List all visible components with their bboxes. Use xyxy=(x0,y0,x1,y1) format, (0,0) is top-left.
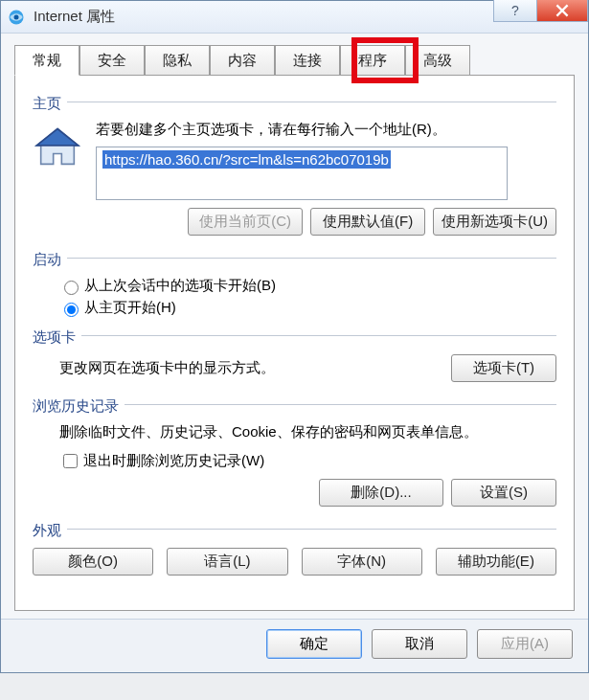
use-default-button[interactable]: 使用默认值(F) xyxy=(310,208,425,236)
svg-marker-3 xyxy=(36,129,78,146)
history-desc: 删除临时文件、历史记录、Cookie、保存的密码和网页表单信息。 xyxy=(59,423,556,441)
svg-point-1 xyxy=(14,14,19,19)
house-icon xyxy=(33,123,82,172)
tab-programs[interactable]: 程序 xyxy=(340,45,405,76)
cancel-button[interactable]: 取消 xyxy=(372,629,467,659)
history-settings-button[interactable]: 设置(S) xyxy=(451,479,556,507)
divider xyxy=(125,404,556,405)
homepage-url-text: https://hao.360.cn/?src=lm&ls=n62bc07019… xyxy=(102,150,391,169)
delete-on-exit-input[interactable] xyxy=(63,454,78,468)
startup-from-last-radio[interactable]: 从上次会话中的选项卡开始(B) xyxy=(59,277,556,295)
divider xyxy=(67,258,556,259)
internet-properties-window: Internet 属性 ? 常规 安全 隐私 内容 连接 程序 高级 主页 xyxy=(0,0,589,673)
fonts-button[interactable]: 字体(N) xyxy=(302,548,422,576)
use-new-tab-button[interactable]: 使用新选项卡(U) xyxy=(433,208,556,236)
window-title: Internet 属性 xyxy=(34,8,115,26)
tab-general[interactable]: 常规 xyxy=(14,45,79,76)
history-section-title: 浏览历史记录 xyxy=(33,397,119,416)
help-button[interactable]: ? xyxy=(493,0,537,22)
languages-button[interactable]: 语言(L) xyxy=(167,548,287,576)
divider xyxy=(67,529,556,530)
delete-on-exit-label: 退出时删除浏览历史记录(W) xyxy=(83,452,264,470)
dialog-footer: 确定 取消 应用(A) xyxy=(1,619,588,672)
homepage-section-title: 主页 xyxy=(33,95,61,113)
startup-from-home-input[interactable] xyxy=(64,303,79,317)
ok-button[interactable]: 确定 xyxy=(266,629,362,659)
startup-section-title: 启动 xyxy=(33,251,61,269)
startup-from-home-label: 从主页开始(H) xyxy=(84,299,176,317)
divider xyxy=(67,102,556,102)
tabs-button[interactable]: 选项卡(T) xyxy=(451,354,556,382)
tabs-section-title: 选项卡 xyxy=(33,328,76,347)
tab-content[interactable]: 内容 xyxy=(210,45,275,76)
use-current-page-button[interactable]: 使用当前页(C) xyxy=(188,208,303,236)
tab-privacy[interactable]: 隐私 xyxy=(145,45,210,76)
divider xyxy=(81,335,556,336)
tabs-desc: 更改网页在选项卡中的显示方式。 xyxy=(59,359,451,377)
appearance-section-title: 外观 xyxy=(33,522,61,540)
close-button[interactable] xyxy=(536,0,588,22)
homepage-url-input[interactable]: https://hao.360.cn/?src=lm&ls=n62bc07019… xyxy=(96,147,508,200)
tab-connections[interactable]: 连接 xyxy=(275,45,340,76)
content-area: 常规 安全 隐私 内容 连接 程序 高级 主页 xyxy=(1,34,588,619)
homepage-description: 若要创建多个主页选项卡，请在每行输入一个地址(R)。 xyxy=(96,121,556,139)
delete-history-button[interactable]: 删除(D)... xyxy=(319,479,443,507)
startup-from-last-input[interactable] xyxy=(64,281,79,295)
delete-on-exit-check[interactable]: 退出时删除浏览历史记录(W) xyxy=(59,451,556,471)
apply-button[interactable]: 应用(A) xyxy=(477,629,573,659)
ie-icon xyxy=(7,8,26,27)
startup-from-last-label: 从上次会话中的选项卡开始(B) xyxy=(84,277,276,295)
titlebar[interactable]: Internet 属性 ? xyxy=(1,1,588,34)
colors-button[interactable]: 颜色(O) xyxy=(33,548,153,576)
accessibility-button[interactable]: 辅助功能(E) xyxy=(436,548,556,576)
startup-from-home-radio[interactable]: 从主页开始(H) xyxy=(59,299,556,317)
general-panel: 主页 若要创建多个主页选项卡，请在每行输入一个地址(R)。 https://ha… xyxy=(14,75,575,611)
tab-advanced[interactable]: 高级 xyxy=(405,45,470,76)
tab-strip: 常规 安全 隐私 内容 连接 程序 高级 xyxy=(14,45,575,76)
tab-security[interactable]: 安全 xyxy=(79,45,145,76)
